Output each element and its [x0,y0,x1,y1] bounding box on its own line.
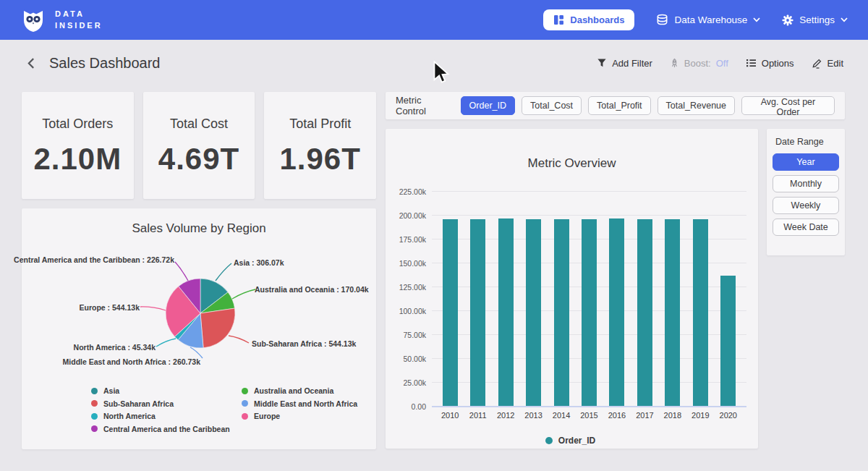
pie-label: Australia and Oceania : 170.04k [255,285,369,294]
legend-item[interactable]: Asia [91,386,227,395]
bar-2010[interactable] [443,219,458,406]
pie-legend-col-1: AsiaSub-Saharan AfricaNorth AmericaCentr… [91,386,227,433]
nav-dashboards-button[interactable]: Dashboards [543,9,634,30]
legend-item[interactable]: Middle East and North Africa [242,399,378,408]
x-axis-tick: 2011 [464,411,491,420]
legend-dot [91,425,98,432]
brand[interactable]: DATA INSIDER [20,7,103,33]
legend-label: Central America and the Caribbean [103,425,230,433]
date-range-panel: Date Range Year Monthly Weekly Week Date [767,129,845,255]
bar-chart-plot [432,191,746,406]
legend-label: Middle East and North Africa [254,399,357,408]
date-range-weekly-button[interactable]: Weekly [773,197,839,214]
bar-2013[interactable] [526,219,541,406]
pie-legend-col-2: Australia and OceaniaMiddle East and Nor… [242,386,378,433]
rocket-icon [670,58,679,69]
nav-settings-label: Settings [799,14,835,25]
add-filter-label: Add Filter [612,58,652,69]
back-button[interactable] [25,56,38,71]
bar-2015[interactable] [582,219,597,406]
legend-label: Europe [254,412,280,420]
date-range-week-date-button[interactable]: Week Date [773,218,839,236]
x-axis-tick: 2020 [715,411,742,420]
kpi-label: Total Cost [143,116,255,132]
kpi-card-total-cost: Total Cost 4.69T [143,92,255,199]
bar-2018[interactable] [665,219,680,406]
metric-chip-avg-cost-per-order[interactable]: Avg. Cost per Order [741,96,835,115]
x-axis-tick: 2012 [492,411,519,420]
bar-chart-legend: Order_ID [394,436,746,446]
y-axis-tick: 0.00 [394,402,426,411]
pie-label: Middle East and North Africa : 260.73k [63,357,200,366]
boost-toggle[interactable]: Boost: Off [670,58,728,69]
metric-chip-total-revenue[interactable]: Total_Revenue [658,96,735,115]
kpi-row: Total Orders 2.10M Total Cost 4.69T Tota… [22,92,376,199]
boost-state: Off [716,58,728,69]
legend-item[interactable]: Central America and the Caribbean [91,425,227,433]
legend-dot [242,413,248,420]
dashboard-grid-icon [553,14,564,25]
boost-label: Boost: [684,58,711,69]
brand-text: DATA INSIDER [55,9,103,32]
y-axis-tick: 100.00k [394,307,426,315]
date-range-year-button[interactable]: Year [773,153,839,171]
bar-chart-yticks: 225.00k200.00k175.00k150.00k125.00k100.0… [394,191,426,406]
y-axis-tick: 125.00k [394,283,426,292]
bar-slot [464,219,491,406]
y-axis-tick: 75.00k [394,331,426,339]
kpi-value: 1.96T [264,142,376,177]
pie-slice-sub-saharan-africa[interactable] [200,308,235,348]
metric-control-bar: Metric Control Order_ID Total_Cost Total… [386,92,845,119]
legend-dot [545,437,553,444]
legend-item[interactable]: North America [91,412,227,420]
bar-2020[interactable] [720,276,736,406]
bar-2014[interactable] [554,219,569,406]
edit-button[interactable]: Edit [812,58,843,69]
edit-label: Edit [827,58,843,69]
bar-slot [603,218,631,406]
x-axis-tick: 2010 [436,411,464,420]
pie-legend: AsiaSub-Saharan AfricaNorth AmericaCentr… [91,386,378,433]
metric-chip-order-id[interactable]: Order_ID [461,96,515,115]
chevron-down-icon [753,17,760,22]
bar-2019[interactable] [693,219,708,406]
bar-2017[interactable] [637,219,652,406]
pie-chart-card: Sales Volume by Region Asia : 306.07k Au… [22,208,376,449]
x-axis-tick: 2018 [659,411,686,420]
pie-label: Central America and the Caribbean : 226.… [14,255,174,264]
bar-chart-card: Metric Overview 225.00k200.00k175.00k150… [386,129,758,449]
bar-2012[interactable] [498,218,514,406]
bar-2016[interactable] [609,218,624,406]
x-axis-tick: 2016 [603,411,631,420]
kpi-label: Total Orders [22,116,134,132]
legend-item[interactable]: Sub-Saharan Africa [91,399,227,408]
pie-leader-line [175,262,188,281]
x-axis-tick: 2013 [519,411,547,420]
bar-slot [519,219,547,406]
chevron-down-icon [841,17,848,22]
pie-label: Asia : 306.07k [234,258,284,267]
legend-item[interactable]: Australia and Oceania [242,386,378,395]
nav-settings-button[interactable]: Settings [782,14,848,26]
add-filter-button[interactable]: Add Filter [597,58,652,69]
nav-dashboards-label: Dashboards [570,14,624,25]
legend-dot [91,388,98,394]
metric-chip-total-profit[interactable]: Total_Profit [588,96,651,115]
kpi-card-total-profit: Total Profit 1.96T [264,92,376,199]
date-range-monthly-button[interactable]: Monthly [773,175,839,192]
legend-dot [91,400,98,407]
legend-item[interactable]: Europe [242,412,378,420]
bar-slot [548,219,575,406]
legend-label: North America [103,412,156,420]
database-icon [656,14,668,26]
nav-data-warehouse-button[interactable]: Data Warehouse [656,14,760,26]
y-axis-tick: 150.00k [394,259,426,268]
filter-funnel-icon [597,58,607,68]
legend-label: Sub-Saharan Africa [103,399,174,408]
metric-chip-total-cost[interactable]: Total_Cost [522,96,582,115]
options-button[interactable]: Options [746,58,794,69]
bar-2011[interactable] [470,219,485,406]
date-range-label: Date Range [775,137,839,147]
pie-leader-line [140,307,166,310]
x-axis-tick: 2019 [686,411,714,420]
